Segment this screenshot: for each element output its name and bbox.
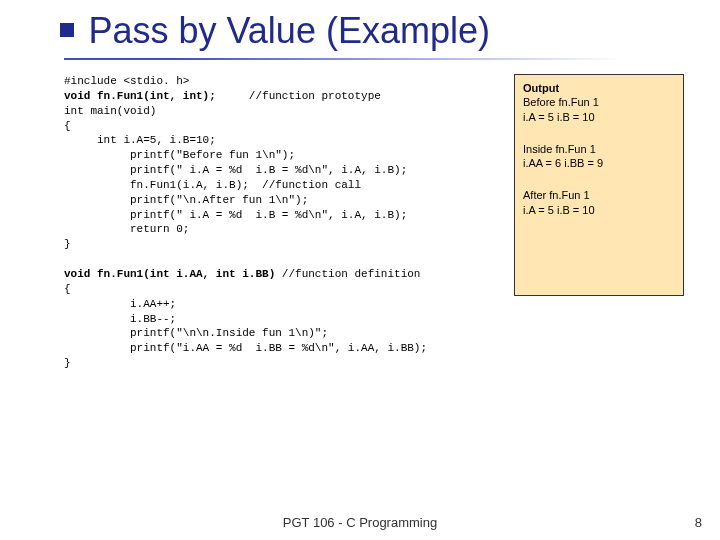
title-area: Pass by Value (Example) (0, 0, 720, 52)
output-line: Before fn.Fun 1 (523, 96, 599, 108)
content-area: #include <stdio. h> void fn.Fun1(int, in… (0, 74, 720, 371)
slide-title: Pass by Value (Example) (88, 10, 490, 52)
divider (64, 58, 624, 60)
code-line: { (64, 120, 71, 132)
code-line: } (64, 238, 71, 250)
code-line: printf("Before fun 1\n"); (64, 149, 295, 161)
output-line: i.AA = 6 i.BB = 9 (523, 157, 603, 169)
output-group: Output Before fn.Fun 1 i.A = 5 i.B = 10 (523, 81, 675, 124)
code-comment: //function prototype (216, 90, 381, 102)
code-line: printf(" i.A = %d i.B = %d\n", i.A, i.B)… (64, 164, 407, 176)
code-line: { (64, 283, 71, 295)
output-heading: Output (523, 82, 559, 94)
code-line: int main(void) (64, 105, 156, 117)
page-number: 8 (695, 515, 702, 530)
code-line: } (64, 357, 71, 369)
output-line: i.A = 5 i.B = 10 (523, 111, 595, 123)
footer-text: PGT 106 - C Programming (0, 515, 720, 530)
output-line: i.A = 5 i.B = 10 (523, 204, 595, 216)
output-group: Inside fn.Fun 1 i.AA = 6 i.BB = 9 (523, 142, 675, 171)
code-line: i.AA++; (64, 298, 176, 310)
code-line: printf("\n.After fun 1\n"); (64, 194, 308, 206)
code-line: printf(" i.A = %d i.B = %d\n", i.A, i.B)… (64, 209, 407, 221)
code-line: i.BB--; (64, 313, 176, 325)
title-bullet-icon (60, 23, 74, 37)
code-line-bold: void fn.Fun1(int i.AA, int i.BB) (64, 268, 275, 280)
code-line: return 0; (64, 223, 189, 235)
code-line: int i.A=5, i.B=10; (64, 134, 216, 146)
output-box: Output Before fn.Fun 1 i.A = 5 i.B = 10 … (514, 74, 684, 296)
code-line: printf("\n\n.Inside fun 1\n)"; (64, 327, 328, 339)
code-comment: //function definition (275, 268, 420, 280)
code-line: printf("i.AA = %d i.BB = %d\n", i.AA, i.… (64, 342, 427, 354)
code-comment: //function call (249, 179, 361, 191)
code-line-bold: void fn.Fun1(int, int); (64, 90, 216, 102)
output-group: After fn.Fun 1 i.A = 5 i.B = 10 (523, 188, 675, 217)
output-line: Inside fn.Fun 1 (523, 143, 596, 155)
output-line: After fn.Fun 1 (523, 189, 590, 201)
code-line: #include <stdio. h> (64, 75, 189, 87)
code-line: fn.Fun1(i.A, i.B); (64, 179, 249, 191)
